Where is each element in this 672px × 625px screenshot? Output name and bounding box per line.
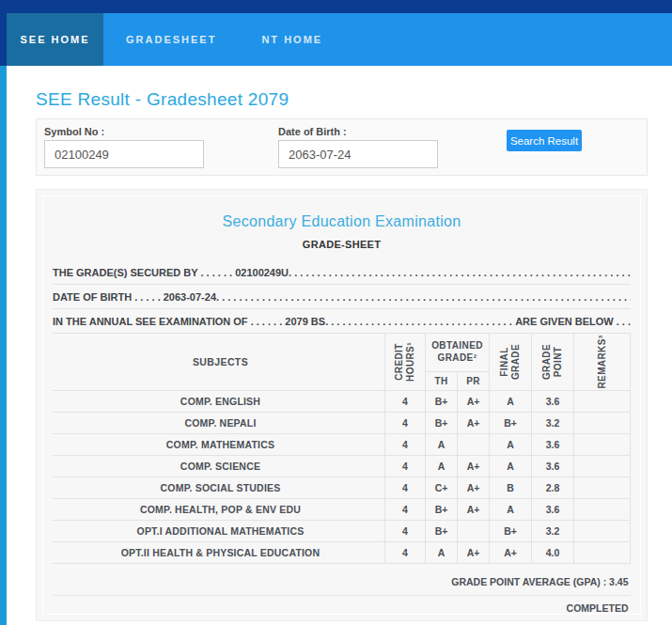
grades-table: SUBJECTS CREDIT HOURS¹ OBTAINED GRADE² F… bbox=[53, 334, 631, 615]
credit-hours-value: 4 bbox=[384, 520, 425, 541]
header-credit-hours: CREDIT HOURS¹ bbox=[384, 334, 425, 390]
info-line-examination-of: IN THE ANNUAL SEE EXAMINATION OF . . . .… bbox=[53, 309, 631, 334]
grade-point-value: 3.2 bbox=[532, 412, 574, 433]
symbol-no-label: Symbol No : bbox=[44, 126, 204, 137]
symbol-no-input[interactable] bbox=[44, 140, 204, 168]
grade-point-value: 3.6 bbox=[532, 498, 574, 520]
subject-row: COMP. ENGLISH 4 B+ A+ A 3.6 bbox=[53, 390, 631, 412]
date-of-birth-input[interactable] bbox=[278, 140, 438, 168]
gradesheet-panel: Secondary Education Examination GRADE-SH… bbox=[36, 189, 648, 621]
pr-grade-value: A+ bbox=[457, 477, 489, 498]
remarks-value bbox=[574, 477, 631, 498]
grade-point-value: 3.6 bbox=[532, 455, 574, 477]
pr-grade-value: A+ bbox=[457, 541, 489, 563]
header-pr: PR bbox=[457, 371, 489, 390]
left-cyan-strip bbox=[0, 66, 7, 625]
subject-row: COMP. HEALTH, POP & ENV EDU 4 B+ A+ A 3.… bbox=[53, 498, 631, 520]
th-grade-value: B+ bbox=[425, 520, 457, 541]
subject-name: COMP. MATHEMATICS bbox=[53, 433, 384, 455]
th-grade-value: A bbox=[425, 433, 457, 455]
pr-grade-value: A+ bbox=[457, 390, 489, 412]
credit-hours-value: 4 bbox=[384, 498, 425, 520]
subject-name: COMP. NEPALI bbox=[53, 412, 384, 433]
header-final-grade: FINAL GRADE bbox=[490, 334, 532, 390]
remarks-value bbox=[574, 498, 631, 520]
subject-name: OPT.I ADDITIONAL MATHEMATICS bbox=[53, 520, 384, 541]
symbol-no-group: Symbol No : bbox=[44, 124, 204, 168]
final-grade-value: B+ bbox=[490, 520, 532, 541]
pr-grade-value: A+ bbox=[457, 455, 489, 477]
final-grade-value: A bbox=[490, 455, 532, 477]
remarks-value bbox=[574, 390, 631, 412]
credit-hours-value: 4 bbox=[384, 390, 425, 412]
header-grade-point: GRADE POINT bbox=[532, 334, 574, 390]
subject-name: COMP. HEALTH, POP & ENV EDU bbox=[53, 498, 384, 520]
remarks-value bbox=[574, 455, 631, 477]
header-subjects: SUBJECTS bbox=[53, 334, 384, 390]
subject-row: COMP. MATHEMATICS 4 A A 3.6 bbox=[53, 433, 631, 455]
grade-point-value: 3.6 bbox=[532, 433, 574, 455]
grade-point-value: 4.0 bbox=[532, 541, 574, 563]
subject-name: OPT.II HEALTH & PHYSICAL EDUCATION bbox=[53, 541, 384, 563]
left-navy-sliver bbox=[0, 0, 7, 66]
grade-point-value: 3.6 bbox=[532, 390, 574, 412]
pr-grade-value: A+ bbox=[457, 412, 489, 433]
subject-name: COMP. SOCIAL STUDIES bbox=[53, 477, 384, 498]
page-title: SEE Result - Gradesheet 2079 bbox=[36, 89, 648, 110]
grade-point-value: 2.8 bbox=[532, 477, 574, 498]
info-line-date-of-birth: DATE OF BIRTH . . . . . 2063-07-24 . . .… bbox=[53, 285, 631, 309]
main-navbar: SEE HOME GRADESHEET NT HOME bbox=[7, 13, 672, 66]
pr-grade-value bbox=[457, 433, 489, 455]
date-of-birth-label: Date of Birth : bbox=[278, 126, 438, 137]
th-grade-value: B+ bbox=[425, 390, 457, 412]
th-grade-value: B+ bbox=[425, 498, 457, 520]
subject-row: COMP. NEPALI 4 B+ A+ B+ 3.2 bbox=[53, 412, 631, 433]
th-grade-value: A bbox=[425, 455, 457, 477]
nav-tab-gradesheet[interactable]: GRADESHEET bbox=[103, 13, 239, 66]
exam-heading: Secondary Education Examination bbox=[53, 213, 631, 230]
th-grade-value: B+ bbox=[425, 412, 457, 433]
search-result-button[interactable]: Search Result bbox=[507, 130, 582, 151]
subject-row: COMP. SOCIAL STUDIES 4 C+ A+ B 2.8 bbox=[53, 477, 631, 498]
subject-row: COMP. SCIENCE 4 A A+ A 3.6 bbox=[53, 455, 631, 477]
final-grade-value: B+ bbox=[490, 412, 532, 433]
credit-hours-value: 4 bbox=[384, 433, 425, 455]
final-grade-value: A bbox=[490, 498, 532, 520]
search-form-panel: Symbol No : Date of Birth : Search Resul… bbox=[36, 118, 648, 176]
credit-hours-value: 4 bbox=[384, 477, 425, 498]
remarks-value bbox=[574, 412, 631, 433]
subject-name: COMP. SCIENCE bbox=[53, 455, 384, 477]
th-grade-value: A bbox=[425, 541, 457, 563]
grade-point-value: 3.2 bbox=[532, 520, 574, 541]
final-grade-value: B bbox=[490, 477, 532, 498]
header-obtained-grade: OBTAINED GRADE² bbox=[425, 334, 489, 371]
gradesheet-subheading: GRADE-SHEET bbox=[53, 239, 631, 250]
subject-row: OPT.I ADDITIONAL MATHEMATICS 4 B+ B+ 3.2 bbox=[53, 520, 631, 541]
page-content: SEE Result - Gradesheet 2079 Symbol No :… bbox=[0, 66, 672, 621]
final-grade-value: A bbox=[490, 433, 532, 455]
top-band bbox=[0, 0, 672, 13]
completion-status: COMPLETED bbox=[53, 595, 631, 615]
gradesheet-inner: Secondary Education Examination GRADE-SH… bbox=[42, 195, 641, 615]
header-th: TH bbox=[425, 371, 457, 390]
info-lines: THE GRADE(S) SECURED BY . . . . . . 0210… bbox=[53, 260, 631, 334]
subject-name: COMP. ENGLISH bbox=[53, 390, 384, 412]
subject-row: OPT.II HEALTH & PHYSICAL EDUCATION 4 A A… bbox=[53, 541, 631, 563]
remarks-value bbox=[574, 520, 631, 541]
header-remarks: REMARKS³ bbox=[574, 334, 631, 390]
final-grade-value: A bbox=[490, 390, 532, 412]
final-grade-value: A+ bbox=[490, 541, 532, 563]
remarks-value bbox=[574, 541, 631, 563]
credit-hours-value: 4 bbox=[384, 541, 425, 563]
nav-tab-see-home[interactable]: SEE HOME bbox=[7, 13, 103, 66]
info-line-secured-by: THE GRADE(S) SECURED BY . . . . . . 0210… bbox=[53, 260, 631, 285]
pr-grade-value: A+ bbox=[457, 498, 489, 520]
remarks-value bbox=[574, 433, 631, 455]
gpa-summary: GRADE POINT AVERAGE (GPA) : 3.45 bbox=[53, 563, 631, 595]
date-of-birth-group: Date of Birth : bbox=[278, 124, 438, 168]
credit-hours-value: 4 bbox=[384, 412, 425, 433]
pr-grade-value bbox=[457, 520, 489, 541]
credit-hours-value: 4 bbox=[384, 455, 425, 477]
nav-tab-nt-home[interactable]: NT HOME bbox=[239, 13, 345, 66]
th-grade-value: C+ bbox=[425, 477, 457, 498]
